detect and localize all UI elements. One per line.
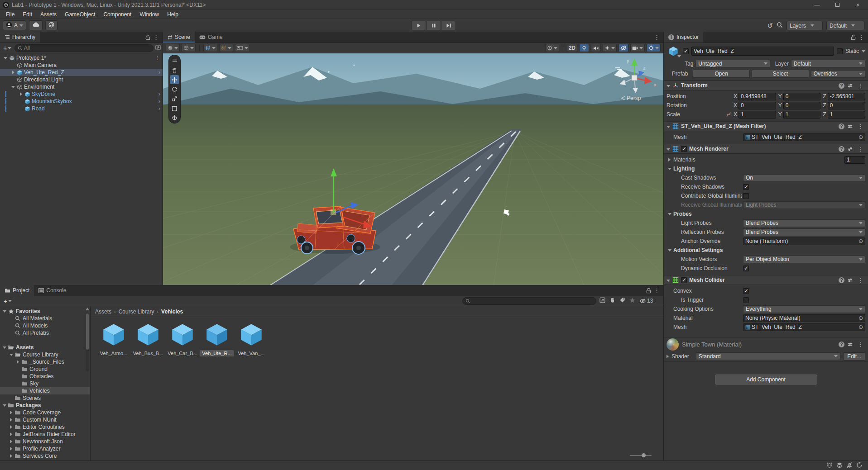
row-anchor-override[interactable]: Anchor OverrideNone (Transform)⊙ xyxy=(667,237,865,246)
shader-dropdown[interactable]: Standard xyxy=(696,352,840,360)
menu-component[interactable]: Component xyxy=(99,10,135,19)
hierarchy-item-mountainskybox[interactable]: MountainSkybox› xyxy=(0,98,163,105)
undo-history-icon[interactable]: ↺ xyxy=(767,22,773,30)
expand-caret[interactable] xyxy=(9,425,14,429)
expand-caret[interactable] xyxy=(667,249,672,252)
row-convex[interactable]: Convex xyxy=(667,286,865,295)
expand-caret[interactable] xyxy=(9,411,14,414)
lock-icon[interactable] xyxy=(145,34,150,40)
hierarchy-search-box[interactable] xyxy=(14,44,153,52)
project-folder-ground[interactable]: Ground xyxy=(0,366,90,373)
expand-caret[interactable] xyxy=(15,360,20,364)
row-cooking-options[interactable]: Cooking OptionsEverything xyxy=(667,304,865,313)
object-picker-icon[interactable]: ⊙ xyxy=(858,315,863,321)
object-picker-icon[interactable]: ⊙ xyxy=(858,324,863,330)
component-header-mesh-collider[interactable]: Mesh Collider?⋮ xyxy=(664,275,868,285)
scene-viewport[interactable]: y x z xyxy=(163,53,663,285)
project-folder-all-prefabs[interactable]: All Prefabs xyxy=(0,329,90,337)
scale-tool[interactable] xyxy=(170,94,179,103)
expand-caret[interactable] xyxy=(667,277,670,283)
menu-gameobject[interactable]: GameObject xyxy=(61,10,99,19)
row-scale[interactable]: ScaleXYZ xyxy=(667,110,865,119)
hierarchy-item-prototype-1[interactable]: Prototype 1*⋮ xyxy=(0,54,163,62)
scene-view-options-dropdown[interactable] xyxy=(182,44,196,52)
tab-console[interactable]: Console xyxy=(34,285,71,296)
project-search-box[interactable] xyxy=(462,297,596,305)
presets-icon[interactable] xyxy=(847,277,853,283)
grid-snap-dropdown[interactable] xyxy=(219,44,233,52)
presets-icon[interactable] xyxy=(847,146,853,152)
lighting-toggle[interactable] xyxy=(579,44,589,52)
hierarchy-search-input[interactable] xyxy=(24,45,150,51)
2d-toggle[interactable]: 2D xyxy=(567,44,577,52)
checkbox[interactable] xyxy=(743,266,749,271)
active-checkbox[interactable] xyxy=(683,48,689,54)
hierarchy-item-directional-light[interactable]: Directional Light xyxy=(0,76,163,83)
tab-hierarchy[interactable]: Hierarchy xyxy=(0,32,40,43)
project-folder-obstacles[interactable]: Obstacles xyxy=(0,373,90,380)
expand-caret[interactable] xyxy=(667,158,672,161)
favorite-star-icon[interactable] xyxy=(629,297,635,304)
project-search-input[interactable] xyxy=(472,298,593,304)
tab-inspector[interactable]: i Inspector xyxy=(664,32,703,43)
gizmos-dropdown[interactable] xyxy=(647,44,661,52)
expand-caret[interactable] xyxy=(9,418,14,422)
material-header[interactable]: Simple Town (Material) ? ⋮ xyxy=(664,337,868,351)
project-folder-newtonsoft-json[interactable]: Newtonsoft Json xyxy=(0,438,90,445)
row-receive-global-illumination[interactable]: Receive Global IlluminationLight Probes xyxy=(667,200,865,209)
row-materials[interactable]: Materials xyxy=(667,155,865,164)
expand-caret[interactable] xyxy=(18,92,24,96)
maximize-button[interactable] xyxy=(827,0,848,9)
static-dropdown-caret[interactable] xyxy=(862,50,865,52)
project-folder-vehicles[interactable]: Vehicles xyxy=(0,387,90,394)
expand-caret[interactable] xyxy=(2,347,7,349)
project-folder-packages[interactable]: Packages xyxy=(0,402,90,409)
tab-game[interactable]: Game xyxy=(195,32,227,43)
project-folder-profile-analyzer[interactable]: Profile Analyzer xyxy=(0,445,90,452)
rotate-tool[interactable] xyxy=(170,85,179,94)
row-mesh[interactable]: MeshST_Veh_Ute_Red_Z⊙ xyxy=(667,323,865,332)
object-field-none-physic-material[interactable]: None (Physic Material)⊙ xyxy=(743,314,865,322)
dropdown-light-probes[interactable]: Light Probes xyxy=(743,201,865,209)
status-burst-icon[interactable] xyxy=(826,462,833,470)
breadcrumb-assets[interactable]: Assets xyxy=(95,309,111,315)
project-folder-all-models[interactable]: All Models xyxy=(0,322,90,329)
prefab-open-arrow[interactable]: › xyxy=(158,105,160,112)
rect-tool[interactable] xyxy=(170,104,179,113)
menu-edit[interactable]: Edit xyxy=(19,10,36,19)
play-button[interactable] xyxy=(411,21,426,30)
checkbox[interactable] xyxy=(681,277,687,283)
project-folder-favorites[interactable]: Favorites xyxy=(0,308,90,315)
asset-veh-bus-b[interactable]: Veh_Bus_B... xyxy=(131,322,165,356)
axis-input[interactable] xyxy=(739,111,776,119)
expand-caret[interactable] xyxy=(9,432,14,436)
move-tool[interactable] xyxy=(170,75,179,84)
help-icon[interactable]: ? xyxy=(839,277,844,283)
lock-icon[interactable] xyxy=(646,288,651,294)
close-button[interactable]: × xyxy=(848,0,868,9)
expand-caret[interactable] xyxy=(3,57,8,59)
hierarchy-item-veh-ute-red-z[interactable]: Veh_Ute_Red_Z› xyxy=(0,69,163,76)
expand-caret[interactable] xyxy=(9,454,14,458)
prefab-select-button[interactable]: Select xyxy=(752,70,809,78)
effects-dropdown[interactable] xyxy=(603,44,617,52)
help-icon[interactable]: ? xyxy=(839,83,844,89)
checkbox[interactable] xyxy=(681,146,687,152)
object-field-st-veh-ute-red-z[interactable]: ST_Veh_Ute_Red_Z⊙ xyxy=(743,323,865,331)
scene-visibility-toggle[interactable] xyxy=(619,44,628,52)
transform-tool[interactable] xyxy=(170,113,179,122)
row-additional-settings[interactable]: Additional Settings xyxy=(667,246,865,255)
row-mesh[interactable]: MeshST_Veh_Ute_Red_Z⊙ xyxy=(667,133,865,142)
object-field-st-veh-ute-red-z[interactable]: ST_Veh_Ute_Red_Z⊙ xyxy=(743,133,865,141)
project-menu-icon[interactable]: ⋮ xyxy=(652,287,662,294)
material-expand-caret[interactable] xyxy=(667,355,669,358)
gameobject-name-field[interactable] xyxy=(691,47,834,56)
row-motion-vectors[interactable]: Motion VectorsPer Object Motion xyxy=(667,255,865,264)
hand-tool[interactable] xyxy=(170,66,179,75)
object-picker-icon[interactable]: ⊙ xyxy=(858,238,863,244)
plastic-scm-button[interactable] xyxy=(45,20,58,30)
row-cast-shadows[interactable]: Cast ShadowsOn xyxy=(667,173,865,182)
checkbox[interactable] xyxy=(743,297,749,303)
component-menu-icon[interactable]: ⋮ xyxy=(856,146,865,152)
expand-caret[interactable] xyxy=(2,404,7,407)
